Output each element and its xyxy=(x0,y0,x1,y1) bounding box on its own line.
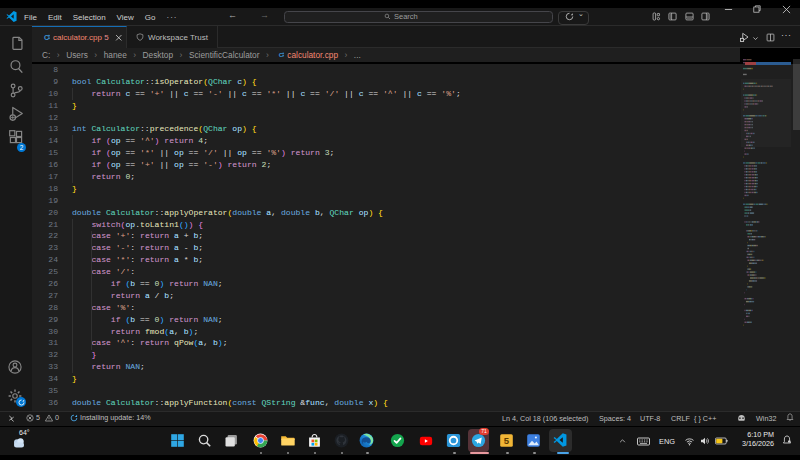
svg-text:5: 5 xyxy=(504,435,510,446)
